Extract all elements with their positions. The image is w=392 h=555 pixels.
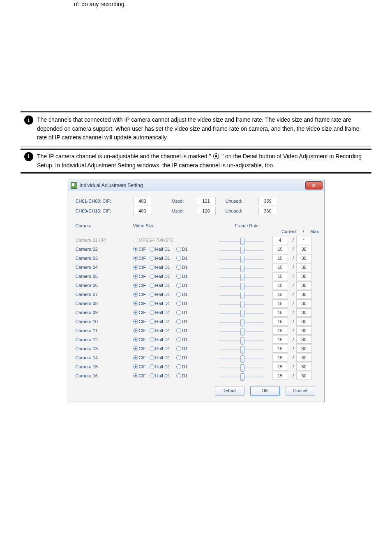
halfd1-label: Half D1 bbox=[155, 328, 171, 333]
frame-rate-max: 30 bbox=[296, 308, 314, 317]
camera-name: Camera 06 bbox=[76, 283, 133, 288]
frame-rate-slider[interactable] bbox=[219, 364, 264, 370]
cif-radio[interactable]: CIF bbox=[133, 256, 150, 261]
col-current: Current bbox=[277, 229, 302, 234]
cif-radio[interactable]: CIF bbox=[133, 373, 150, 378]
frame-rate-current: 15 bbox=[272, 317, 291, 326]
halfd1-radio[interactable]: Half D1 bbox=[150, 274, 176, 279]
close-button[interactable]: ✕ bbox=[305, 181, 323, 190]
halfd1-radio[interactable]: Half D1 bbox=[150, 373, 176, 378]
frame-rate-slider[interactable] bbox=[219, 355, 264, 361]
frame-rate-slider[interactable] bbox=[219, 337, 264, 343]
camera-row: Camera 12 CIF Half D1 D1 15 / 30 bbox=[76, 335, 317, 344]
d1-radio[interactable]: D1 bbox=[176, 247, 198, 252]
cif-radio[interactable]: CIF bbox=[133, 364, 150, 369]
cif-radio[interactable]: CIF bbox=[133, 346, 150, 351]
halfd1-radio[interactable]: Half D1 bbox=[150, 310, 176, 315]
frame-rate-slider[interactable] bbox=[219, 283, 264, 289]
d1-radio[interactable]: D1 bbox=[176, 346, 198, 351]
camera-row: Camera 01 (IP) MPEG4 704x576 4 / * bbox=[76, 236, 317, 245]
halfd1-radio[interactable]: Half D1 bbox=[150, 256, 176, 261]
cancel-button[interactable]: Cancel bbox=[286, 386, 315, 396]
frame-rate-slider[interactable] bbox=[219, 256, 264, 261]
frame-rate-slider[interactable] bbox=[219, 274, 264, 280]
d1-radio[interactable]: D1 bbox=[176, 292, 198, 297]
frame-rate-current: 15 bbox=[272, 363, 291, 371]
frame-rate-slider[interactable] bbox=[219, 292, 264, 298]
cif-label: CIF bbox=[139, 355, 146, 360]
default-button[interactable]: Default bbox=[215, 386, 244, 396]
cif-radio[interactable]: CIF bbox=[133, 355, 150, 360]
ok-button[interactable]: OK bbox=[250, 386, 280, 396]
cif-radio[interactable]: CIF bbox=[133, 265, 150, 270]
frame-rate-slider[interactable] bbox=[219, 310, 264, 316]
halfd1-label: Half D1 bbox=[155, 256, 171, 261]
halfd1-radio[interactable]: Half D1 bbox=[150, 328, 176, 333]
info-note-1-text: The channels that connected with IP came… bbox=[37, 116, 371, 142]
cif-radio[interactable]: CIF bbox=[133, 319, 150, 324]
d1-label: D1 bbox=[182, 364, 188, 369]
d1-label: D1 bbox=[182, 301, 188, 306]
col-framerate: Frame Rate bbox=[224, 223, 278, 228]
halfd1-label: Half D1 bbox=[155, 355, 171, 360]
cif-label: CIF bbox=[139, 319, 146, 324]
cif-radio[interactable]: CIF bbox=[133, 337, 150, 342]
halfd1-radio[interactable]: Half D1 bbox=[150, 265, 176, 270]
d1-radio[interactable]: D1 bbox=[176, 265, 198, 270]
frame-rate-slider[interactable] bbox=[219, 265, 264, 271]
frame-rate-slider[interactable] bbox=[219, 346, 264, 352]
halfd1-radio[interactable]: Half D1 bbox=[150, 364, 176, 369]
cif-radio[interactable]: CIF bbox=[133, 301, 150, 306]
halfd1-radio[interactable]: Half D1 bbox=[150, 283, 176, 288]
d1-radio[interactable]: D1 bbox=[176, 337, 198, 342]
camera-row: Camera 07 CIF Half D1 D1 15 / 30 bbox=[76, 290, 317, 299]
d1-radio[interactable]: D1 bbox=[176, 283, 198, 288]
summary-used-value: 121 bbox=[197, 197, 217, 205]
halfd1-radio[interactable]: Half D1 bbox=[150, 301, 176, 306]
frame-rate-max: 30 bbox=[296, 345, 314, 353]
d1-radio[interactable]: D1 bbox=[176, 328, 198, 333]
frame-rate-slider[interactable] bbox=[219, 373, 264, 379]
halfd1-radio[interactable]: Half D1 bbox=[150, 355, 176, 360]
cif-radio[interactable]: CIF bbox=[133, 247, 150, 252]
cif-label: CIF bbox=[139, 265, 146, 270]
cif-radio[interactable]: CIF bbox=[133, 310, 150, 315]
col-max: Max bbox=[306, 229, 324, 234]
cif-radio[interactable]: CIF bbox=[133, 283, 150, 288]
cif-label: CIF bbox=[139, 283, 146, 288]
cif-radio[interactable]: CIF bbox=[133, 328, 150, 333]
slash: / bbox=[291, 355, 296, 360]
camera-name: Camera 10 bbox=[76, 319, 133, 324]
halfd1-radio[interactable]: Half D1 bbox=[150, 319, 176, 324]
halfd1-radio[interactable]: Half D1 bbox=[150, 346, 176, 351]
summary-used-label: Used: bbox=[172, 208, 197, 213]
halfd1-radio[interactable]: Half D1 bbox=[150, 292, 176, 297]
cif-radio[interactable]: CIF bbox=[133, 292, 150, 297]
d1-radio[interactable]: D1 bbox=[176, 373, 198, 378]
frame-rate-slider[interactable] bbox=[219, 328, 264, 334]
camera-name: Camera 13 bbox=[76, 346, 133, 351]
d1-radio[interactable]: D1 bbox=[176, 274, 198, 279]
halfd1-radio[interactable]: Half D1 bbox=[150, 337, 176, 342]
halfd1-radio[interactable]: Half D1 bbox=[150, 247, 176, 252]
camera-name: Camera 07 bbox=[76, 292, 133, 297]
frame-rate-slider[interactable] bbox=[219, 247, 264, 252]
d1-radio[interactable]: D1 bbox=[176, 364, 198, 369]
d1-radio[interactable]: D1 bbox=[176, 319, 198, 324]
camera-name: Camera 12 bbox=[76, 337, 133, 342]
slash: / bbox=[291, 274, 296, 279]
halfd1-label: Half D1 bbox=[155, 310, 171, 315]
d1-radio[interactable]: D1 bbox=[176, 310, 198, 315]
summary-used-label: Used: bbox=[172, 199, 197, 204]
frame-rate-max: 30 bbox=[296, 299, 314, 308]
d1-radio[interactable]: D1 bbox=[176, 355, 198, 360]
cif-label: CIF bbox=[139, 256, 146, 261]
dialog-app-icon bbox=[71, 182, 77, 189]
frame-rate-slider[interactable] bbox=[219, 301, 264, 307]
frame-rate-slider[interactable] bbox=[219, 319, 264, 325]
cif-radio[interactable]: CIF bbox=[133, 274, 150, 279]
d1-radio[interactable]: D1 bbox=[176, 301, 198, 306]
frame-rate-max: 30 bbox=[296, 281, 314, 289]
d1-radio[interactable]: D1 bbox=[176, 256, 198, 261]
info-note-2: i The IP camera channel is un-adjustable… bbox=[21, 148, 371, 174]
